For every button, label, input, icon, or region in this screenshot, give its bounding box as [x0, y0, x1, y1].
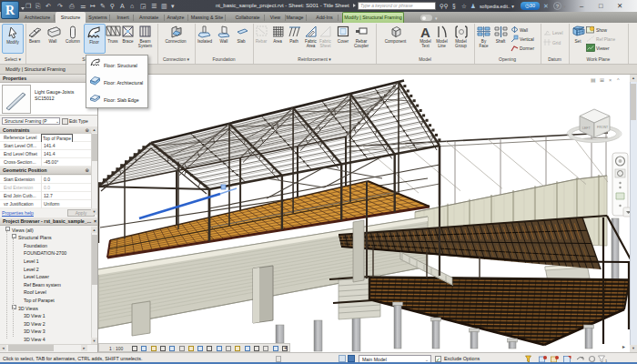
- svg-text:A: A: [420, 25, 430, 39]
